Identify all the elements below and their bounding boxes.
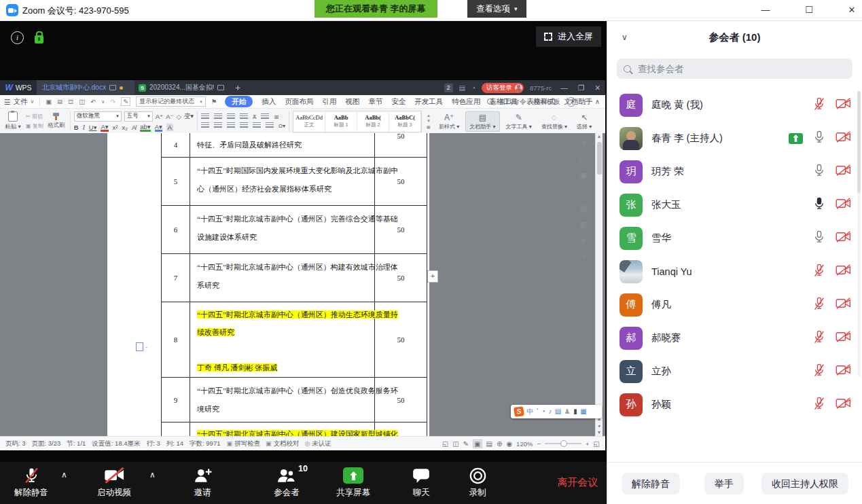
list-icon[interactable]: ≡ [581,236,586,245]
participant-search-box[interactable] [617,58,852,79]
undo-icon[interactable]: ↶ [90,98,96,105]
unmute-options-chevron-icon[interactable]: ∧ [61,470,67,480]
text-tool-button[interactable]: ✎文字工具 ▾ [503,112,535,131]
mic-active-icon[interactable] [813,197,825,213]
participant-row[interactable]: 雪雪华 [607,221,862,255]
status-拼写检查[interactable]: ▣拼写检查 [226,439,260,448]
case-button[interactable]: 变▾ [184,112,194,121]
doc-assistant-button[interactable]: ▤文档助手 ▾ [465,111,499,132]
print-layout-icon[interactable]: ▣ [473,439,482,448]
participant-row[interactable]: 郝郝晓赛 [607,321,862,355]
zoom-slider-knob[interactable] [560,440,567,447]
invite-button[interactable]: 邀请 [174,465,231,499]
italic-button[interactable]: I [83,124,85,131]
participant-row[interactable]: Tianqi Yu [607,255,862,288]
char-effect-button[interactable]: A̸ [132,124,136,131]
mic-muted-icon[interactable] [813,97,825,113]
menu-tab-开发工具[interactable]: 开发工具 [414,97,443,107]
handwriting-icon[interactable]: ♟ [564,405,571,418]
participants-scrollbar[interactable] [857,91,861,376]
justify-icon[interactable] [240,122,248,129]
keyboard-icon[interactable]: ▤ [555,405,561,418]
wps-restore-button[interactable]: ❐ [578,84,584,92]
select-button[interactable]: ↖选择 ▾ [573,112,595,131]
menu-tab-插入[interactable]: 插入 [262,97,276,107]
font-size-dropdown[interactable]: 五号▾ [124,111,153,122]
cut-button[interactable]: ✂ 剪切 [26,113,43,120]
participant-row[interactable]: 孙孙颖 [607,388,862,421]
menu-tab-安全[interactable]: 安全 [391,97,406,107]
start-video-options-chevron-icon[interactable]: ∧ [149,470,156,480]
shrink-font-button[interactable]: A⁻ [166,113,173,120]
write-mode-icon[interactable]: ✎ [463,440,469,448]
find-replace-button[interactable]: ◌查找替换 ▾ [538,112,571,131]
command-search-hint[interactable]: 查找命令、搜索模板 [499,97,560,107]
document-scrollbar[interactable]: ▲ ▲ ● ▼ [595,133,603,436]
zoom-slider[interactable] [545,443,581,444]
print-icon[interactable]: ⊟ [57,98,62,105]
revision-state-dropdown[interactable]: 显示标记的最终状态 ▾ [136,96,206,107]
status-文档校对[interactable]: ▣文档校对 [266,439,300,448]
page-select-icon[interactable]: ● [596,423,603,428]
grid-icon[interactable]: ▦ [580,220,587,229]
image-icon[interactable]: ▤ [580,204,587,213]
format-painter-button[interactable]: 格式刷 [46,113,67,130]
align-center-icon[interactable] [214,122,222,129]
revision-margin-marker[interactable]: - [136,342,147,351]
number-list-icon[interactable] [214,113,222,120]
style-标题 2[interactable]: AaBb(标题 2 [357,111,389,132]
style-标题 3[interactable]: AaBbC(标题 3 [389,111,421,132]
camera-off-icon[interactable] [836,397,851,412]
participant-row[interactable]: 立立孙 [607,355,862,388]
print-preview-icon[interactable]: ⊡ [68,98,73,105]
align-left-icon[interactable] [201,122,209,129]
skin-icon[interactable]: ▮ [573,405,577,418]
wps-close-button[interactable]: ✕ [594,84,600,92]
mic-muted-icon[interactable] [813,363,825,380]
fit-page-icon[interactable]: ◱ [594,440,600,448]
underline-button[interactable]: U▾ [89,124,97,131]
increase-indent-icon[interactable] [240,113,248,120]
history-icon[interactable]: ◔ [581,252,586,260]
camera-off-icon[interactable] [836,164,851,179]
decrease-indent-icon[interactable] [227,113,235,120]
document-page[interactable]: 4特征、矛盾问题及破解路径研究505“十四五”时期国际国内发展环境重大变化影响及… [107,133,429,436]
text-direction-icon[interactable]: A̅ [253,114,256,120]
two-page-view-icon[interactable]: ◫ [452,440,459,448]
participants-button[interactable]: 10参会者 [254,465,319,499]
mic-icon[interactable] [813,130,825,147]
wps-logo-tab[interactable]: WWPS [0,80,37,95]
minimize-button[interactable]: — [758,3,773,17]
menu-tab-章节[interactable]: 章节 [368,97,382,107]
wps-minimize-button[interactable]: — [560,84,568,92]
theme-icon[interactable]: ◔ [471,84,475,92]
paste-button[interactable]: 粘贴 ▾ [3,111,23,131]
maximize-button[interactable]: ☐ [802,3,816,17]
layout-icon[interactable]: ▤ [459,84,465,92]
leave-meeting-button[interactable]: 离开会议 [557,476,598,489]
fullscreen-view-icon[interactable]: ◱ [442,440,448,448]
zoom-percent-label[interactable]: 120% [516,440,533,448]
record-button[interactable]: 录制 [451,465,504,499]
clear-format-button[interactable]: ◇ [177,113,181,120]
eye-protect-icon[interactable]: ◉ [506,440,512,448]
play-icon[interactable]: ▷ [581,155,586,164]
meeting-info-icon[interactable]: i [11,31,24,44]
scroll-up-icon[interactable]: ▲ [596,134,603,139]
mic-muted-icon[interactable] [813,397,825,413]
camera-off-icon[interactable] [836,230,851,246]
char-shading-button[interactable]: A [166,124,173,131]
voice-icon[interactable]: ♪ [548,405,552,418]
style-正文[interactable]: AaBbCcDd正文 [293,111,325,132]
scrollbar-thumb[interactable] [597,142,602,175]
mic-icon[interactable] [813,164,825,180]
camera-off-icon[interactable] [836,130,851,146]
participant-search-input[interactable] [636,63,828,75]
font-name-dropdown[interactable]: 微软雅黑▾ [74,111,122,122]
highlight-button[interactable]: ab▾ [140,124,150,132]
raise-hand-button[interactable]: 举手 [704,473,744,494]
menu-tab-引用[interactable]: 引用 [322,97,336,107]
camera-off-icon[interactable] [836,363,851,379]
toolbox-icon[interactable]: ▦ [580,405,586,418]
superscript-button[interactable]: x² [113,124,118,131]
